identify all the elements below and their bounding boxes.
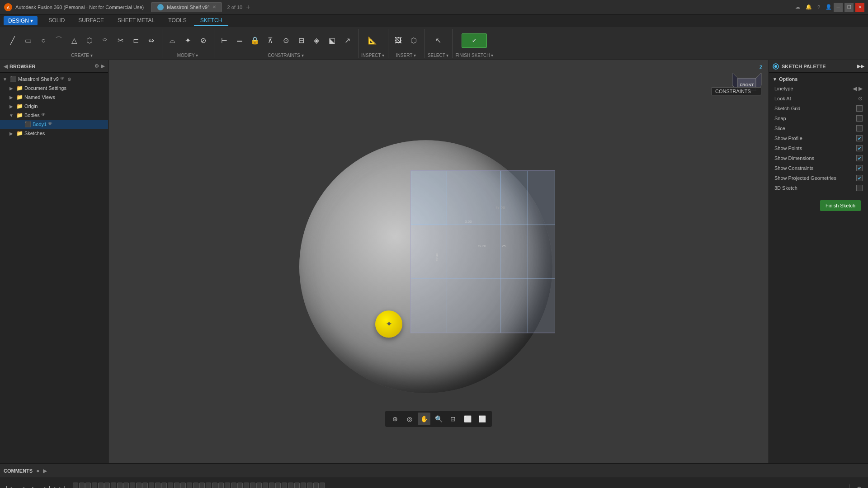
constraint-4[interactable]: ⊼ xyxy=(263,33,278,48)
vp-look-btn[interactable]: ◎ xyxy=(403,413,416,425)
tree-body1[interactable]: ▶ ⬛ Body1 👁 xyxy=(0,120,108,129)
browser-settings-icon[interactable]: ⚙ xyxy=(94,63,99,69)
tl-play-btn[interactable]: ▶ xyxy=(29,483,40,488)
tab-tools[interactable]: TOOLS xyxy=(162,15,193,26)
constraint-7[interactable]: ◈ xyxy=(309,33,324,48)
timeline-marker[interactable] xyxy=(237,483,243,488)
arc-tool[interactable]: ⌒ xyxy=(52,33,66,48)
timeline-marker[interactable] xyxy=(85,483,91,488)
timeline-marker[interactable] xyxy=(320,483,325,488)
minimize-btn[interactable]: ─ xyxy=(834,3,843,12)
timeline-marker[interactable] xyxy=(161,483,167,488)
show-profile-checkbox[interactable]: ✔ xyxy=(856,135,863,141)
show-dimensions-checkbox[interactable]: ✔ xyxy=(856,155,863,161)
comments-toggle[interactable]: ● xyxy=(36,468,39,474)
close-btn[interactable]: ✕ xyxy=(855,3,864,12)
tab-close[interactable]: ✕ xyxy=(212,5,216,9)
timeline-marker[interactable] xyxy=(130,483,135,488)
constraint-6[interactable]: ⊟ xyxy=(294,33,308,48)
tl-next-btn[interactable]: ▶| xyxy=(42,483,52,488)
timeline-marker[interactable] xyxy=(111,483,116,488)
timeline-marker[interactable] xyxy=(180,483,186,488)
sketch-grid-checkbox[interactable] xyxy=(856,105,863,112)
finish-sketch-button[interactable]: Finish Sketch xyxy=(820,200,861,211)
timeline-marker[interactable] xyxy=(142,483,148,488)
timeline-marker[interactable] xyxy=(263,483,268,488)
offset-tool[interactable]: ⊏ xyxy=(128,33,143,48)
timeline-marker[interactable] xyxy=(282,483,287,488)
new-tab-btn[interactable]: + xyxy=(246,3,250,11)
vp-zoom-btn[interactable]: 🔍 xyxy=(432,413,445,425)
tl-settings-btn[interactable]: ⚙ xyxy=(854,483,864,488)
timeline-marker[interactable] xyxy=(269,483,274,488)
fillet-tool[interactable]: ⌔ xyxy=(98,33,112,48)
account-icon[interactable]: 👤 xyxy=(826,4,832,10)
timeline-marker[interactable] xyxy=(256,483,262,488)
show-points-checkbox[interactable]: ✔ xyxy=(856,145,863,151)
timeline-marker[interactable] xyxy=(73,483,78,488)
constraint-3[interactable]: 🔒 xyxy=(248,33,262,48)
timeline-marker[interactable] xyxy=(250,483,255,488)
mirror-tool[interactable]: ⇔ xyxy=(144,33,158,48)
select-label[interactable]: SELECT ▾ xyxy=(428,53,449,58)
vp-view-btn[interactable]: ⬜ xyxy=(461,413,474,425)
modify-label[interactable]: MODIFY ▾ xyxy=(177,53,198,58)
3d-sketch-checkbox[interactable] xyxy=(856,185,863,191)
tab-surface[interactable]: SURFACE xyxy=(72,15,110,26)
constraint-8[interactable]: ⬕ xyxy=(325,33,339,48)
timeline-marker[interactable] xyxy=(117,483,123,488)
timeline-marker[interactable] xyxy=(155,483,160,488)
constraint-9[interactable]: ↗ xyxy=(340,33,354,48)
cloud-icon[interactable]: ☁ xyxy=(795,4,800,10)
look-at-icon[interactable]: ⊙ xyxy=(858,95,863,102)
design-dropdown[interactable]: DESIGN ▾ xyxy=(4,16,38,25)
tree-origin[interactable]: ▶ 📁 Origin xyxy=(0,102,108,111)
bodies-eye[interactable]: 👁 xyxy=(41,112,47,118)
timeline-marker[interactable] xyxy=(199,483,205,488)
constraint-1[interactable]: ⊢ xyxy=(217,33,231,48)
timeline-marker[interactable] xyxy=(98,483,104,488)
tl-end-btn[interactable]: ▶▶| xyxy=(54,483,65,488)
timeline-marker[interactable] xyxy=(275,483,281,488)
timeline-marker[interactable] xyxy=(313,483,319,488)
linetype-left-arrow[interactable]: ◀ xyxy=(853,85,857,92)
tl-prev-btn[interactable]: ◀ xyxy=(16,483,27,488)
timeline-marker[interactable] xyxy=(123,483,129,488)
timeline-marker[interactable] xyxy=(225,483,230,488)
tab-sketch[interactable]: SKETCH xyxy=(194,15,229,26)
modify-tool-1[interactable]: ⌓ xyxy=(165,33,179,48)
tree-doc-settings[interactable]: ▶ 📁 Document Settings xyxy=(0,84,108,93)
timeline-marker[interactable] xyxy=(193,483,198,488)
timeline-marker[interactable] xyxy=(168,483,173,488)
vp-orbit-btn[interactable]: ⊕ xyxy=(389,413,401,425)
timeline-marker[interactable] xyxy=(136,483,142,488)
finish-sketch-btn-icon[interactable]: ✔ xyxy=(462,33,487,48)
main-tab[interactable]: Massironi Shelf v9° ✕ xyxy=(151,2,222,12)
vp-pan-btn[interactable]: ✋ xyxy=(418,413,430,425)
vp-display-btn[interactable]: ⬜ xyxy=(476,413,488,425)
vp-fit-btn[interactable]: ⊟ xyxy=(447,413,459,425)
finish-sketch-label[interactable]: FINISH SKETCH ▾ xyxy=(455,53,493,58)
snap-checkbox[interactable] xyxy=(856,115,863,122)
create-label[interactable]: CREATE ▾ xyxy=(71,53,93,58)
root-settings[interactable]: ⚙ xyxy=(67,77,71,82)
palette-expand-icon[interactable]: ▶▶ xyxy=(857,63,864,69)
timeline-marker[interactable] xyxy=(206,483,211,488)
maximize-btn[interactable]: ❐ xyxy=(844,3,854,12)
timeline-marker[interactable] xyxy=(104,483,110,488)
insert-tool-1[interactable]: 🖼 xyxy=(391,33,406,48)
constraints-label[interactable]: CONSTRAINTS ▾ xyxy=(268,53,303,58)
circle-tool[interactable]: ○ xyxy=(36,33,51,48)
help-icon[interactable]: ? xyxy=(817,5,820,10)
browser-expand-icon[interactable]: ▶ xyxy=(101,63,104,69)
root-eye[interactable]: 👁 xyxy=(60,76,66,82)
linetype-right-arrow[interactable]: ▶ xyxy=(859,85,863,92)
timeline-marker[interactable] xyxy=(294,483,300,488)
timeline-marker[interactable] xyxy=(174,483,179,488)
tree-sketches[interactable]: ▶ 📁 Sketches xyxy=(0,129,108,138)
show-constraints-checkbox[interactable]: ✔ xyxy=(856,165,863,171)
canvas-area[interactable]: Z FRONT CONSTRAINTS — xyxy=(108,60,769,463)
timeline-marker[interactable] xyxy=(307,483,312,488)
notification-icon[interactable]: 🔔 xyxy=(806,4,812,10)
timeline-marker[interactable] xyxy=(212,483,217,488)
